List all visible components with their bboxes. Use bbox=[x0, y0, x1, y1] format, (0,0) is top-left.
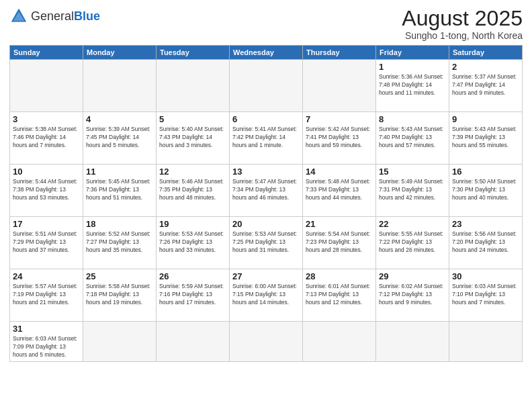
day-number: 17 bbox=[13, 219, 80, 229]
table-row: 28Sunrise: 6:01 AM Sunset: 7:13 PM Dayli… bbox=[303, 269, 376, 322]
table-row: 18Sunrise: 5:52 AM Sunset: 7:27 PM Dayli… bbox=[83, 217, 157, 269]
day-number: 5 bbox=[159, 114, 226, 124]
day-number: 15 bbox=[379, 167, 446, 177]
col-wednesday: Wednesday bbox=[230, 46, 303, 60]
day-info: Sunrise: 5:46 AM Sunset: 7:35 PM Dayligh… bbox=[159, 178, 226, 202]
day-info: Sunrise: 5:56 AM Sunset: 7:20 PM Dayligh… bbox=[452, 230, 519, 255]
day-info: Sunrise: 5:48 AM Sunset: 7:33 PM Dayligh… bbox=[306, 178, 373, 202]
col-thursday: Thursday bbox=[303, 46, 376, 60]
day-info: Sunrise: 5:58 AM Sunset: 7:18 PM Dayligh… bbox=[86, 283, 153, 307]
day-number: 16 bbox=[452, 167, 519, 177]
table-row: 7Sunrise: 5:42 AM Sunset: 7:41 PM Daylig… bbox=[303, 112, 376, 165]
table-row: 15Sunrise: 5:49 AM Sunset: 7:31 PM Dayli… bbox=[376, 165, 449, 217]
day-info: Sunrise: 5:54 AM Sunset: 7:23 PM Dayligh… bbox=[306, 230, 373, 255]
table-row bbox=[230, 322, 303, 362]
day-number: 21 bbox=[306, 219, 373, 229]
day-number: 10 bbox=[13, 167, 80, 177]
weekday-header-row: Sunday Monday Tuesday Wednesday Thursday… bbox=[10, 46, 523, 60]
table-row: 24Sunrise: 5:57 AM Sunset: 7:19 PM Dayli… bbox=[10, 269, 83, 322]
day-number: 26 bbox=[159, 271, 226, 281]
day-info: Sunrise: 5:53 AM Sunset: 7:26 PM Dayligh… bbox=[159, 230, 226, 255]
table-row bbox=[83, 60, 157, 112]
day-number: 3 bbox=[13, 114, 80, 124]
table-row: 17Sunrise: 5:51 AM Sunset: 7:29 PM Dayli… bbox=[10, 217, 83, 269]
day-number: 29 bbox=[379, 271, 446, 281]
day-info: Sunrise: 6:01 AM Sunset: 7:13 PM Dayligh… bbox=[306, 283, 373, 307]
day-number: 31 bbox=[13, 324, 80, 334]
table-row: 12Sunrise: 5:46 AM Sunset: 7:35 PM Dayli… bbox=[157, 165, 230, 217]
day-info: Sunrise: 5:53 AM Sunset: 7:25 PM Dayligh… bbox=[232, 230, 300, 255]
table-row: 19Sunrise: 5:53 AM Sunset: 7:26 PM Dayli… bbox=[157, 217, 230, 269]
table-row: 5Sunrise: 5:40 AM Sunset: 7:43 PM Daylig… bbox=[157, 112, 230, 165]
col-saturday: Saturday bbox=[449, 46, 523, 60]
table-row: 9Sunrise: 5:43 AM Sunset: 7:39 PM Daylig… bbox=[449, 112, 523, 165]
subtitle: Sungho 1-tong, North Korea bbox=[402, 30, 523, 41]
logo: GeneralBlue bbox=[9, 7, 100, 26]
table-row: 30Sunrise: 6:03 AM Sunset: 7:10 PM Dayli… bbox=[449, 269, 523, 322]
table-row bbox=[230, 60, 303, 112]
day-info: Sunrise: 5:41 AM Sunset: 7:42 PM Dayligh… bbox=[232, 126, 300, 150]
table-row: 25Sunrise: 5:58 AM Sunset: 7:18 PM Dayli… bbox=[83, 269, 157, 322]
day-info: Sunrise: 6:03 AM Sunset: 7:09 PM Dayligh… bbox=[13, 335, 80, 359]
day-info: Sunrise: 5:57 AM Sunset: 7:19 PM Dayligh… bbox=[13, 283, 80, 307]
table-row: 8Sunrise: 5:43 AM Sunset: 7:40 PM Daylig… bbox=[376, 112, 449, 165]
day-info: Sunrise: 5:51 AM Sunset: 7:29 PM Dayligh… bbox=[13, 230, 80, 255]
day-info: Sunrise: 5:36 AM Sunset: 7:48 PM Dayligh… bbox=[379, 73, 446, 97]
table-row bbox=[83, 322, 157, 362]
day-number: 12 bbox=[159, 167, 226, 177]
table-row: 26Sunrise: 5:59 AM Sunset: 7:16 PM Dayli… bbox=[157, 269, 230, 322]
day-number: 11 bbox=[86, 167, 153, 177]
month-title: August 2025 bbox=[402, 7, 523, 30]
table-row bbox=[303, 322, 376, 362]
day-info: Sunrise: 5:55 AM Sunset: 7:22 PM Dayligh… bbox=[379, 230, 446, 255]
table-row: 21Sunrise: 5:54 AM Sunset: 7:23 PM Dayli… bbox=[303, 217, 376, 269]
day-info: Sunrise: 5:37 AM Sunset: 7:47 PM Dayligh… bbox=[452, 73, 519, 97]
day-info: Sunrise: 6:00 AM Sunset: 7:15 PM Dayligh… bbox=[232, 283, 300, 307]
table-row: 2Sunrise: 5:37 AM Sunset: 7:47 PM Daylig… bbox=[449, 60, 523, 112]
day-number: 23 bbox=[452, 219, 519, 229]
table-row: 13Sunrise: 5:47 AM Sunset: 7:34 PM Dayli… bbox=[230, 165, 303, 217]
day-number: 28 bbox=[306, 271, 373, 281]
table-row: 22Sunrise: 5:55 AM Sunset: 7:22 PM Dayli… bbox=[376, 217, 449, 269]
table-row bbox=[376, 322, 449, 362]
header: GeneralBlue August 2025 Sungho 1-tong, N… bbox=[9, 7, 523, 41]
table-row: 3Sunrise: 5:38 AM Sunset: 7:46 PM Daylig… bbox=[10, 112, 83, 165]
day-info: Sunrise: 5:45 AM Sunset: 7:36 PM Dayligh… bbox=[86, 178, 153, 202]
table-row: 23Sunrise: 5:56 AM Sunset: 7:20 PM Dayli… bbox=[449, 217, 523, 269]
day-info: Sunrise: 5:59 AM Sunset: 7:16 PM Dayligh… bbox=[159, 283, 226, 307]
day-number: 27 bbox=[232, 271, 300, 281]
day-number: 25 bbox=[86, 271, 153, 281]
day-number: 20 bbox=[232, 219, 300, 229]
table-row: 16Sunrise: 5:50 AM Sunset: 7:30 PM Dayli… bbox=[449, 165, 523, 217]
day-number: 1 bbox=[379, 62, 446, 72]
day-number: 24 bbox=[13, 271, 80, 281]
table-row: 29Sunrise: 6:02 AM Sunset: 7:12 PM Dayli… bbox=[376, 269, 449, 322]
day-number: 22 bbox=[379, 219, 446, 229]
day-number: 6 bbox=[232, 114, 300, 124]
day-number: 19 bbox=[159, 219, 226, 229]
day-info: Sunrise: 5:44 AM Sunset: 7:38 PM Dayligh… bbox=[13, 178, 80, 202]
table-row: 14Sunrise: 5:48 AM Sunset: 7:33 PM Dayli… bbox=[303, 165, 376, 217]
table-row bbox=[157, 60, 230, 112]
calendar-page: GeneralBlue August 2025 Sungho 1-tong, N… bbox=[0, 0, 532, 411]
table-row: 31Sunrise: 6:03 AM Sunset: 7:09 PM Dayli… bbox=[10, 322, 83, 362]
day-number: 18 bbox=[86, 219, 153, 229]
col-sunday: Sunday bbox=[10, 46, 83, 60]
calendar-table: Sunday Monday Tuesday Wednesday Thursday… bbox=[9, 45, 523, 362]
day-number: 14 bbox=[306, 167, 373, 177]
title-block: August 2025 Sungho 1-tong, North Korea bbox=[402, 7, 523, 41]
day-info: Sunrise: 5:52 AM Sunset: 7:27 PM Dayligh… bbox=[86, 230, 153, 255]
day-info: Sunrise: 5:47 AM Sunset: 7:34 PM Dayligh… bbox=[232, 178, 300, 202]
day-number: 2 bbox=[452, 62, 519, 72]
day-info: Sunrise: 5:39 AM Sunset: 7:45 PM Dayligh… bbox=[86, 126, 153, 150]
col-monday: Monday bbox=[83, 46, 157, 60]
table-row bbox=[449, 322, 523, 362]
day-number: 30 bbox=[452, 271, 519, 281]
table-row bbox=[10, 60, 83, 112]
day-info: Sunrise: 5:42 AM Sunset: 7:41 PM Dayligh… bbox=[306, 126, 373, 150]
logo-text: GeneralBlue bbox=[31, 10, 100, 23]
table-row: 1Sunrise: 5:36 AM Sunset: 7:48 PM Daylig… bbox=[376, 60, 449, 112]
table-row bbox=[303, 60, 376, 112]
day-info: Sunrise: 5:49 AM Sunset: 7:31 PM Dayligh… bbox=[379, 178, 446, 202]
col-friday: Friday bbox=[376, 46, 449, 60]
